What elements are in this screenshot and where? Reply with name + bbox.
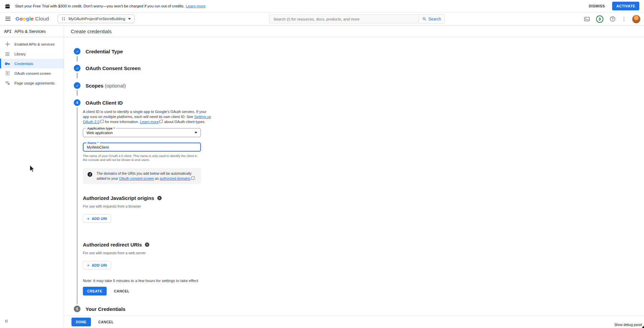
step-title: OAuth Consent Screen (86, 65, 141, 71)
domains-info-box: i The domains of the URIs you add below … (83, 168, 201, 184)
step-connector (77, 90, 77, 96)
step-number-icon: 5 (74, 306, 80, 312)
add-redirect-uri-button[interactable]: + ADD URI (83, 261, 111, 269)
step-your-credentials: 5 Your Credentials (74, 306, 644, 312)
client-name-input[interactable] (87, 145, 197, 149)
sidebar-item-library[interactable]: Library (0, 49, 64, 59)
step-optional-text: (optional) (105, 83, 126, 89)
gift-icon (5, 3, 10, 9)
resize-corner-mark (642, 326, 644, 328)
sidebar: API APIs & Services Enabled APIs & servi… (0, 25, 64, 328)
top-header: Google Cloud MyOAuthProjectForStoreBuild… (0, 12, 644, 25)
dismiss-button[interactable]: DISMISS (589, 4, 605, 8)
search-input[interactable] (269, 14, 419, 23)
api-logo-icon: API (4, 29, 11, 34)
sidebar-item-credentials[interactable]: Credentials (0, 59, 64, 68)
avatar[interactable] (632, 15, 641, 23)
step-title: Credential Type (86, 49, 123, 54)
cloud-shell-icon[interactable] (583, 15, 591, 23)
notifications-badge[interactable]: 3 (596, 15, 603, 23)
logo-letter: o (23, 16, 26, 22)
logo-cloud-text: Cloud (35, 16, 49, 22)
enabled-apis-icon (5, 42, 10, 47)
client-name-helper: The name of your OAuth 2.0 client. This … (83, 154, 201, 162)
sidebar-item-label: Enabled APIs & services (14, 42, 55, 46)
application-type-label: Application type * (86, 126, 116, 130)
info-text-part: . (195, 176, 196, 180)
oauth-client-form: A client ID is used to identify a single… (77, 107, 644, 304)
plus-icon: + (87, 263, 90, 268)
footer-action-bar: DONE CANCEL (64, 315, 644, 328)
notification-count: 3 (599, 17, 601, 21)
page-titlebar: Create credentials (64, 25, 644, 37)
plus-icon: + (87, 216, 90, 221)
search-button-label: Search (428, 17, 441, 21)
project-selector[interactable]: MyOAuthProjectForStoreBuilding (58, 14, 134, 23)
key-icon (5, 61, 10, 66)
done-button[interactable]: DONE (71, 318, 91, 326)
sidebar-header: API APIs & Services (0, 25, 64, 37)
chevron-down-icon (195, 132, 197, 133)
trial-message: Start your Free Trial with $300 in credi… (15, 4, 184, 8)
logo-letter: e (31, 16, 34, 22)
step-oauth-client-id: 4 OAuth Client ID (74, 99, 644, 106)
logo-letter: o (19, 16, 23, 22)
consent-screen-icon (5, 71, 10, 76)
add-uri-label: ADD URI (92, 217, 107, 221)
client-name-field: Name * (83, 143, 201, 152)
learn-more-link[interactable]: Learn more (140, 120, 159, 124)
add-uri-label: ADD URI (92, 263, 107, 267)
activate-button[interactable]: ACTIVATE (612, 2, 639, 10)
domains-info-text: The domains of the URIs you add below wi… (97, 171, 197, 181)
main-panel: Create credentials Credential Type OAuth… (64, 25, 644, 328)
external-link-icon (159, 120, 162, 123)
step-connector (77, 73, 77, 78)
step-title: OAuth Client ID (86, 100, 123, 106)
sidebar-item-label: OAuth consent screen (14, 71, 51, 75)
help-icon[interactable] (609, 15, 616, 23)
add-origin-uri-button[interactable]: + ADD URI (83, 214, 111, 223)
description-text: for more information. (104, 120, 140, 124)
oauth-consent-screen-link[interactable]: OAuth consent screen (119, 176, 154, 180)
sidebar-item-label: Page usage agreements (14, 81, 55, 85)
step-number: 5 (76, 307, 78, 311)
client-id-description: A client ID is used to identify a single… (83, 109, 212, 124)
project-icon (61, 17, 66, 21)
stepper-content: Credential Type OAuth Consent Screen Sco… (64, 48, 644, 312)
sidebar-item-oauth-consent[interactable]: OAuth consent screen (0, 68, 64, 78)
js-origins-title: Authorized JavaScript origins (83, 195, 154, 201)
step-title: Scopes (optional) (86, 83, 126, 89)
redirect-uris-help-icon[interactable]: ? (145, 242, 149, 247)
show-debug-panel-link[interactable]: Show debug panel (614, 323, 642, 327)
redirect-uris-title: Authorized redirect URIs (83, 242, 142, 248)
sidebar-item-label: Library (14, 52, 26, 56)
sidebar-item-page-usage[interactable]: Page usage agreements (0, 78, 64, 88)
logo-letter: g (26, 16, 30, 22)
authorized-domains-link[interactable]: authorized domains (160, 176, 191, 180)
page-title: Create credentials (71, 29, 112, 34)
step-number-icon: 4 (74, 99, 80, 106)
menu-icon[interactable] (1, 12, 14, 25)
application-type-value: Web application (87, 131, 113, 135)
js-origins-section: Authorized JavaScript origins ? (83, 195, 644, 201)
redirect-uris-section: Authorized redirect URIs ? (83, 242, 644, 248)
application-type-select[interactable]: Application type * Web application (83, 128, 201, 137)
settings-note: Note: It may take 5 minutes to a few hou… (83, 279, 644, 283)
collapse-sidebar-icon[interactable] (4, 319, 8, 323)
sidebar-item-enabled-apis[interactable]: Enabled APIs & services (0, 39, 64, 49)
redirect-uris-subtitle: For use with requests from a web server (83, 251, 644, 255)
usage-agreements-icon (5, 80, 10, 86)
more-options-icon[interactable]: ⋮ (622, 16, 627, 22)
google-cloud-logo[interactable]: Google Cloud (15, 16, 49, 22)
search-button[interactable]: Search (419, 14, 445, 23)
create-button[interactable]: CREATE (83, 287, 107, 295)
step-check-icon (74, 82, 80, 89)
footer-cancel-button[interactable]: CANCEL (98, 320, 114, 324)
step-number: 4 (76, 101, 78, 105)
trial-learn-more-link[interactable]: Learn more (186, 4, 206, 8)
form-cancel-button[interactable]: CANCEL (114, 289, 129, 293)
description-text: A client ID is used to identify a single… (83, 110, 206, 119)
search-icon (422, 17, 427, 21)
global-search: Search (269, 14, 445, 23)
js-origins-help-icon[interactable]: ? (157, 196, 162, 200)
